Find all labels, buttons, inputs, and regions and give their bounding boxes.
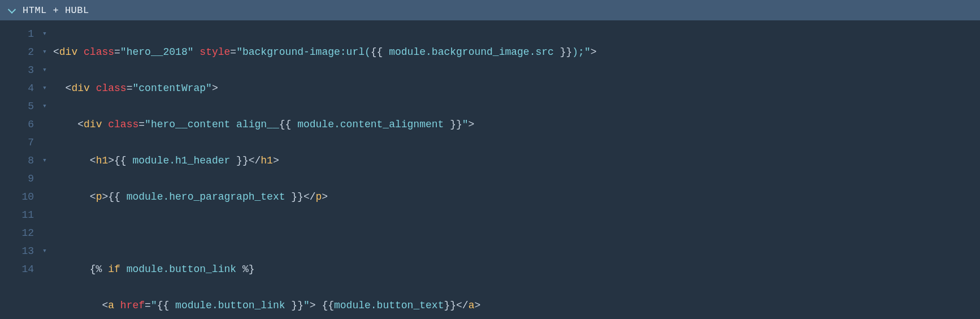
- fold-marker: [40, 260, 50, 278]
- fold-marker: [40, 115, 50, 133]
- line-number: 13: [0, 242, 34, 260]
- line-number: 2: [0, 43, 34, 61]
- line-number: 12: [0, 224, 34, 242]
- line-number: 7: [0, 133, 34, 152]
- line-number: 1: [0, 25, 34, 43]
- line-number: 8: [0, 152, 34, 170]
- code-content[interactable]: <div class="hero__2018" style="backgroun…: [50, 25, 980, 319]
- fold-marker: [40, 206, 50, 224]
- line-number: 3: [0, 61, 34, 79]
- line-number: 5: [0, 97, 34, 115]
- fold-marker: [40, 170, 50, 188]
- code-line[interactable]: {% if module.button_link %}: [53, 260, 980, 278]
- panel-header[interactable]: HTML + HUBL: [0, 0, 980, 20]
- line-number: 6: [0, 115, 34, 133]
- code-editor[interactable]: 1 2 3 4 5 6 7 8 9 10 11 12 13 14 ▼ ▼ ▼ ▼…: [0, 20, 980, 319]
- line-number: 14: [0, 260, 34, 278]
- panel-title: HTML + HUBL: [23, 5, 89, 16]
- code-line[interactable]: <h1>{{ module.h1_header }}</h1>: [53, 152, 980, 170]
- code-line[interactable]: <div class="contentWrap">: [53, 79, 980, 97]
- fold-marker[interactable]: ▼: [40, 242, 50, 260]
- fold-marker: [40, 224, 50, 242]
- fold-marker[interactable]: ▼: [40, 61, 50, 79]
- fold-marker: [40, 133, 50, 152]
- line-number-gutter: 1 2 3 4 5 6 7 8 9 10 11 12 13 14: [0, 25, 40, 319]
- fold-marker[interactable]: ▼: [40, 97, 50, 115]
- code-line[interactable]: <div class="hero__2018" style="backgroun…: [53, 43, 980, 61]
- code-line[interactable]: <div class="hero__content align__{{ modu…: [53, 115, 980, 133]
- code-line[interactable]: <a href="{{ module.button_link }}"> {{mo…: [53, 296, 980, 314]
- fold-gutter: ▼ ▼ ▼ ▼ ▼ ▼ ▼: [40, 25, 50, 319]
- line-number: 10: [0, 188, 34, 206]
- code-line[interactable]: [53, 224, 980, 242]
- fold-marker[interactable]: ▼: [40, 152, 50, 170]
- fold-marker[interactable]: ▼: [40, 43, 50, 61]
- code-line[interactable]: <p>{{ module.hero_paragraph_text }}</p>: [53, 188, 980, 206]
- fold-marker[interactable]: ▼: [40, 25, 50, 43]
- chevron-down-icon: [8, 5, 16, 13]
- fold-marker: [40, 188, 50, 206]
- line-number: 4: [0, 79, 34, 97]
- line-number: 11: [0, 206, 34, 224]
- fold-marker[interactable]: ▼: [40, 79, 50, 97]
- line-number: 9: [0, 170, 34, 188]
